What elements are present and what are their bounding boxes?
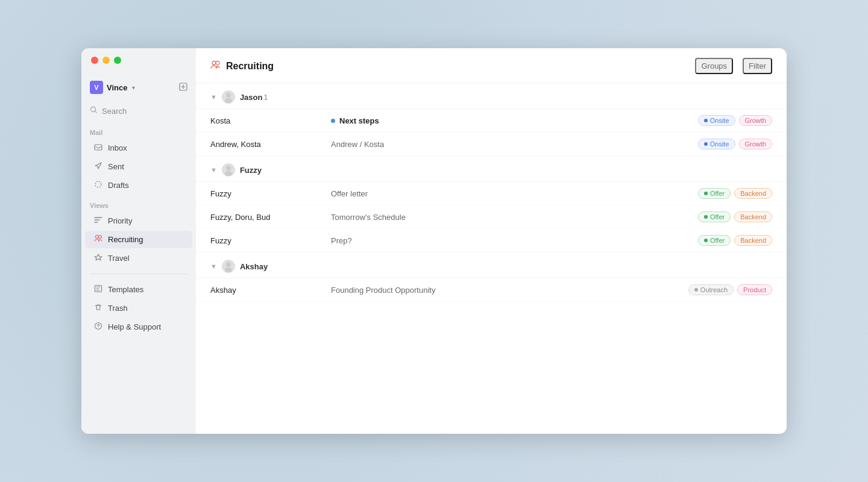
sidebar-item-recruiting[interactable]: Recruiting — [85, 231, 192, 248]
tag-backend: Backend — [734, 188, 772, 199]
table-area: ▼Jason1KostaNext stepsOnsiteGrowthAndrew… — [196, 83, 787, 434]
subject-text: Founding Product Opportunity — [331, 286, 435, 295]
minimize-button[interactable] — [102, 57, 110, 64]
svg-point-12 — [225, 98, 232, 103]
travel-label: Travel — [108, 254, 130, 263]
sidebar-item-sent[interactable]: Sent — [85, 158, 192, 175]
row-subject: Next steps — [331, 116, 698, 125]
sidebar: V Vince ▾ Search Mail — [81, 48, 196, 434]
sidebar-item-drafts[interactable]: Drafts — [85, 177, 192, 194]
sidebar-item-inbox[interactable]: Inbox — [85, 139, 192, 157]
maximize-button[interactable] — [114, 57, 121, 64]
drafts-icon — [93, 180, 103, 190]
table-row[interactable]: AkshayFounding Product OpportunityOutrea… — [196, 278, 787, 302]
tag-label: Growth — [745, 117, 766, 124]
sidebar-item-priority[interactable]: Priority — [85, 212, 192, 230]
tag-label: Growth — [745, 140, 766, 148]
row-subject: Offer letter — [331, 189, 698, 198]
group-header-fuzzy: ▼Fuzzy — [196, 156, 787, 182]
sidebar-item-help[interactable]: Help & Support — [85, 318, 192, 336]
filter-button[interactable]: Filter — [743, 58, 772, 74]
trash-icon — [93, 303, 103, 313]
tag-label: Onsite — [710, 140, 729, 148]
table-row[interactable]: FuzzyOffer letterOfferBackend — [196, 182, 787, 205]
row-subject: Tomorrow's Schedule — [331, 213, 698, 222]
templates-icon — [93, 284, 103, 295]
tag-label: Outreach — [700, 286, 728, 293]
tag-offer: Offer — [698, 235, 731, 246]
group-chevron-jason[interactable]: ▼ — [210, 93, 217, 101]
row-tags: OutreachProduct — [688, 284, 772, 295]
svg-point-9 — [212, 61, 216, 64]
svg-point-3 — [95, 181, 101, 187]
views-section-label: Views — [81, 199, 196, 211]
user-name: Vince — [107, 83, 127, 92]
row-tags: OnsiteGrowth — [698, 139, 772, 149]
group-name-akshay: Akshay — [240, 262, 268, 271]
inbox-icon — [93, 143, 103, 153]
group-name-jason: Jason1 — [240, 93, 268, 102]
row-tags: OfferBackend — [698, 235, 772, 246]
sidebar-item-trash[interactable]: Trash — [85, 299, 192, 317]
tag-label: Backend — [740, 190, 766, 197]
recruiting-label: Recruiting — [108, 235, 143, 244]
svg-point-4 — [95, 236, 98, 239]
table-row[interactable]: KostaNext stepsOnsiteGrowth — [196, 109, 787, 133]
header-actions: Groups Filter — [695, 58, 772, 74]
row-subject: Andrew / Kosta — [331, 140, 698, 149]
titlebar — [81, 48, 131, 72]
sidebar-item-travel[interactable]: Travel — [85, 249, 192, 267]
svg-point-13 — [226, 166, 231, 171]
search-button[interactable]: Search — [81, 102, 196, 119]
svg-point-15 — [226, 262, 231, 267]
tag-dot — [704, 192, 708, 195]
group-count-jason: 1 — [263, 93, 268, 102]
svg-point-14 — [225, 171, 232, 176]
main-content: Recruiting Groups Filter ▼Jason1KostaNex… — [196, 48, 787, 434]
tag-dot — [704, 239, 708, 242]
tag-label: Offer — [710, 213, 725, 221]
search-icon — [90, 106, 98, 116]
main-title-area: Recruiting — [210, 60, 695, 72]
group-chevron-akshay[interactable]: ▼ — [210, 263, 217, 270]
tag-onsite: Onsite — [698, 139, 735, 149]
tag-label: Backend — [740, 213, 766, 221]
mail-section-label: Mail — [81, 127, 196, 139]
priority-label: Priority — [108, 216, 132, 225]
templates-label: Templates — [108, 285, 143, 294]
row-name: Andrew, Kosta — [210, 140, 331, 149]
table-row[interactable]: Fuzzy, Doru, BudTomorrow's ScheduleOffer… — [196, 205, 787, 229]
row-tags: OfferBackend — [698, 211, 772, 222]
group-avatar-akshay — [222, 260, 235, 273]
compose-button[interactable] — [179, 83, 187, 93]
travel-icon — [93, 253, 103, 263]
svg-point-8 — [98, 327, 98, 328]
groups-button[interactable]: Groups — [695, 58, 733, 74]
main-header: Recruiting Groups Filter — [196, 48, 787, 83]
tag-label: Backend — [740, 237, 766, 244]
tag-growth: Growth — [739, 139, 772, 149]
tag-backend: Backend — [734, 211, 772, 222]
group-chevron-fuzzy[interactable]: ▼ — [210, 166, 217, 174]
user-menu[interactable]: V Vince ▾ — [81, 78, 196, 102]
close-button[interactable] — [91, 57, 98, 64]
recruiting-icon — [93, 234, 103, 245]
subject-text: Tomorrow's Schedule — [331, 213, 406, 222]
tag-dot — [694, 288, 698, 292]
group-avatar-jason — [222, 90, 235, 104]
tag-label: Onsite — [710, 117, 729, 124]
sidebar-item-templates[interactable]: Templates — [85, 281, 192, 298]
table-row[interactable]: Andrew, KostaAndrew / KostaOnsiteGrowth — [196, 133, 787, 156]
sent-icon — [93, 161, 103, 172]
subject-text: Andrew / Kosta — [331, 140, 384, 149]
group-avatar-fuzzy — [222, 163, 235, 177]
subject-text: Next steps — [339, 116, 379, 125]
table-row[interactable]: FuzzyPrep?OfferBackend — [196, 229, 787, 252]
svg-point-11 — [226, 93, 231, 98]
tag-product: Product — [737, 284, 772, 295]
unread-dot — [331, 119, 335, 123]
group-name-fuzzy: Fuzzy — [240, 166, 262, 175]
tag-backend: Backend — [734, 235, 772, 246]
row-name: Fuzzy — [210, 189, 331, 198]
row-name: Fuzzy, Doru, Bud — [210, 213, 331, 222]
